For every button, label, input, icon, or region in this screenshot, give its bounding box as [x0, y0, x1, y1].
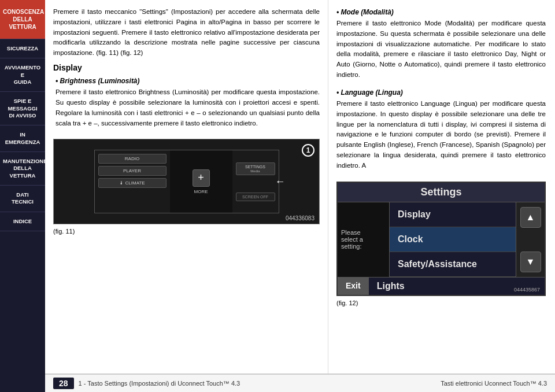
- radio-button[interactable]: RADIO: [98, 154, 166, 164]
- radio-interface-mock: RADIO PLAYER 🌡 CLIMATE + MORE SETTINGSMe…: [94, 150, 279, 213]
- scroll-down-button[interactable]: ▼: [520, 252, 541, 272]
- settings-menu-col: Display Clock Safety/Assistance: [390, 202, 516, 277]
- footer-bar: 28 1 - Tasto Settings (Impostazioni) di …: [45, 373, 555, 392]
- radio-right-panel: SETTINGSMedia SCREEN OFF: [232, 150, 279, 213]
- figure-11-box: RADIO PLAYER 🌡 CLIMATE + MORE SETTINGSMe…: [53, 139, 320, 224]
- exit-button[interactable]: Exit: [338, 278, 369, 295]
- sidebar-item-sicurezza[interactable]: SICUREZZA: [0, 39, 45, 58]
- brightness-title: • Brightness (Luminosità): [56, 77, 320, 85]
- figure-11-code: 044336083: [286, 215, 314, 221]
- please-label: Please: [341, 229, 386, 236]
- page-number: 28: [53, 378, 74, 389]
- footer-right-text: Tasti elettronici Uconnect Touch™ 4.3: [441, 380, 547, 387]
- sidebar-item-emergenza[interactable]: INEMERGENZA: [0, 125, 45, 152]
- brightness-text: Premere il tasto elettronico Brightness …: [56, 87, 320, 128]
- mode-section: • Mode (Modalità) Premere il tasto elett…: [336, 7, 546, 85]
- select-label: select a: [341, 236, 386, 243]
- screen-off-button[interactable]: SCREEN OFF: [236, 193, 275, 201]
- radio-center-panel: + MORE: [170, 150, 232, 213]
- arrow-right-icon: ←: [275, 176, 286, 188]
- radio-left-panel: RADIO PLAYER 🌡 CLIMATE: [95, 150, 170, 213]
- figure-12-code: 044435867: [514, 287, 540, 293]
- climate-button[interactable]: 🌡 CLIMATE: [98, 178, 166, 188]
- menu-item-display[interactable]: Display: [390, 202, 516, 227]
- sidebar-item-avviamento[interactable]: AVVIAMENTOEGUIDA: [0, 58, 45, 92]
- language-text: Premere il tasto elettronico Language (L…: [336, 99, 546, 171]
- setting-label: setting:: [341, 243, 386, 250]
- language-section: • Language (Lingua) Premere il tasto ele…: [336, 87, 546, 176]
- settings-label-col: Please select a setting:: [338, 202, 390, 277]
- settings-body: Please select a setting: Display Clock S…: [338, 202, 545, 277]
- sidebar: CONOSCENZADELLAVETTURA SICUREZZA AVVIAME…: [0, 0, 45, 392]
- mode-title: • Mode (Modalità): [336, 8, 546, 16]
- main-content: Premere il tasto meccanico "Settings" (I…: [45, 0, 555, 392]
- figure-badge: 1: [302, 144, 314, 157]
- menu-item-clock[interactable]: Clock: [390, 227, 516, 252]
- sidebar-item-manutenzione[interactable]: MANUTENZIONEDELLAVETTURA: [0, 152, 45, 186]
- settings-header: Settings: [338, 183, 545, 202]
- right-column: • Mode (Modalità) Premere il tasto elett…: [328, 0, 554, 373]
- settings-button[interactable]: SETTINGSMedia: [236, 162, 275, 175]
- mode-text: Premere il tasto elettronico Mode (Modal…: [336, 19, 546, 80]
- sidebar-item-spie[interactable]: SPIE EMESSAGGIDI AVVISO: [0, 92, 45, 125]
- figure-12-label: (fig. 12): [336, 299, 546, 306]
- menu-item-safety[interactable]: Safety/Assistance: [390, 252, 516, 277]
- sidebar-item-dati[interactable]: DATITECNICI: [0, 186, 45, 212]
- left-column: Premere il tasto meccanico "Settings" (I…: [45, 0, 328, 373]
- player-button[interactable]: PLAYER: [98, 166, 166, 176]
- sidebar-item-conoscenza[interactable]: CONOSCENZADELLAVETTURA: [0, 0, 45, 39]
- plus-button[interactable]: +: [193, 169, 210, 187]
- sidebar-item-indice[interactable]: INDICE: [0, 212, 45, 231]
- display-title: Display: [53, 63, 320, 72]
- brightness-section: • Brightness (Luminosità) Premere il tas…: [53, 76, 320, 133]
- footer-left-text: 1 - Tasto Settings (Impostazioni) di Uco…: [79, 380, 240, 387]
- scroll-up-button[interactable]: ▲: [520, 207, 541, 228]
- content-area: Premere il tasto meccanico "Settings" (I…: [45, 0, 555, 373]
- figure-12-settings-ui: Settings Please select a setting: Displa…: [336, 182, 546, 296]
- intro-text: Premere il tasto meccanico "Settings" (I…: [53, 7, 320, 58]
- figure-11-label: (fig. 11): [53, 228, 320, 235]
- footer-left: 28 1 - Tasto Settings (Impostazioni) di …: [53, 378, 240, 389]
- more-label: MORE: [194, 189, 208, 194]
- language-title: • Language (Lingua): [336, 88, 546, 97]
- settings-right-icons: ▲ ▼: [516, 202, 545, 277]
